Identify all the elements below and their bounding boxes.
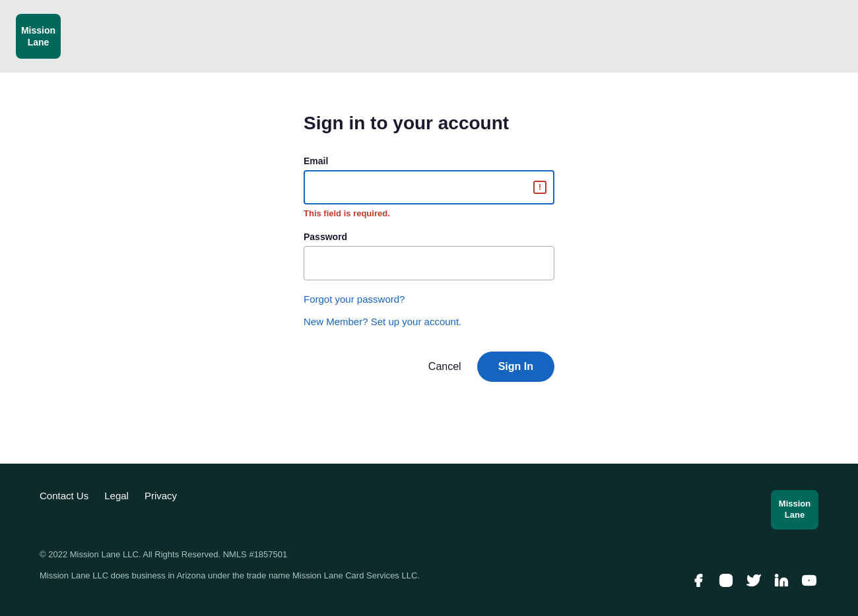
facebook-icon[interactable] <box>689 571 708 590</box>
footer-nav-link-privacy[interactable]: Privacy <box>145 490 177 501</box>
instagram-icon[interactable] <box>717 571 735 590</box>
email-input-wrapper: ! <box>304 170 554 204</box>
twitter-icon[interactable] <box>744 571 763 590</box>
footer-logo-line2: Lane <box>785 510 805 521</box>
youtube-icon[interactable] <box>800 571 818 590</box>
logo-text-line2: Lane <box>28 36 50 48</box>
email-label: Email <box>304 156 554 166</box>
main-content: Sign in to your account Email ! This fie… <box>0 73 858 464</box>
footer-disclaimer: Mission Lane LLC does business in Arizon… <box>40 569 420 582</box>
login-form-container: Sign in to your account Email ! This fie… <box>304 112 554 411</box>
new-member-row: New Member? Set up your account. <box>304 316 554 328</box>
email-error-message: This field is required. <box>304 208 554 218</box>
password-input[interactable] <box>304 246 554 280</box>
cancel-button[interactable]: Cancel <box>428 361 461 373</box>
forgot-password-row: Forgot your password? <box>304 293 554 305</box>
password-input-wrapper <box>304 246 554 280</box>
footer-bottom: © 2022 Mission Lane LLC. All Rights Rese… <box>40 548 818 590</box>
email-error-icon: ! <box>533 181 546 194</box>
form-actions: Cancel Sign In <box>304 352 554 382</box>
forgot-password-link[interactable]: Forgot your password? <box>304 293 405 305</box>
new-member-link[interactable]: New Member? Set up your account. <box>304 316 461 327</box>
footer-nav-link-contact-us[interactable]: Contact Us <box>40 490 88 501</box>
linkedin-icon[interactable] <box>772 571 791 590</box>
footer: Contact UsLegalPrivacy Mission Lane © 20… <box>0 464 858 616</box>
footer-nav-link-legal[interactable]: Legal <box>104 490 129 501</box>
footer-copyright: © 2022 Mission Lane LLC. All Rights Rese… <box>40 548 420 561</box>
logo-text-line1: Mission <box>21 24 55 36</box>
footer-top: Contact UsLegalPrivacy Mission Lane <box>40 490 818 530</box>
footer-nav: Contact UsLegalPrivacy <box>40 490 177 501</box>
page-title: Sign in to your account <box>304 112 554 135</box>
signin-button[interactable]: Sign In <box>477 352 554 382</box>
password-label: Password <box>304 231 554 242</box>
footer-logo-line1: Mission <box>779 499 810 510</box>
header: Mission Lane <box>0 0 858 73</box>
email-field-group: Email ! This field is required. <box>304 156 554 218</box>
social-icons-container <box>689 571 818 590</box>
email-input[interactable] <box>304 170 554 204</box>
password-field-group: Password <box>304 231 554 280</box>
footer-logo[interactable]: Mission Lane <box>771 490 818 530</box>
footer-text-block: © 2022 Mission Lane LLC. All Rights Rese… <box>40 548 420 590</box>
header-logo[interactable]: Mission Lane <box>16 14 61 59</box>
